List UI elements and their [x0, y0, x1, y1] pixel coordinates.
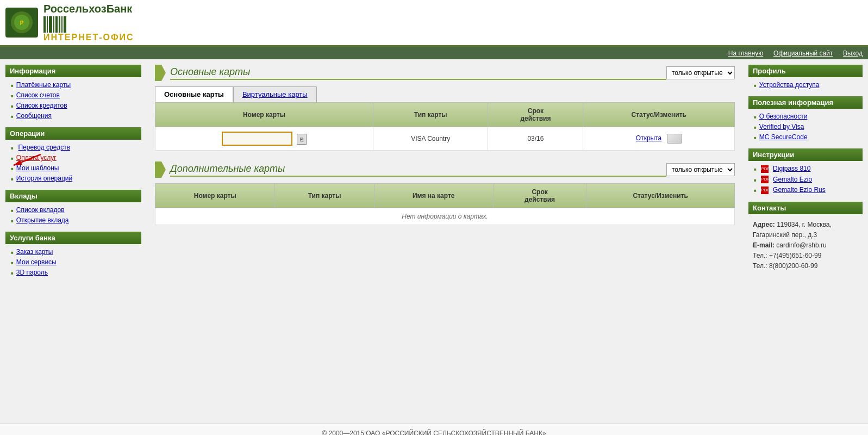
right-item-gemalto-ezio-rus: PDF Gemalto Ezio Rus: [754, 184, 863, 195]
internet-office-label: ИНТЕРНЕТ-ОФИС: [43, 33, 134, 42]
top-navigation: На главную Официальный сайт Выход: [0, 47, 868, 59]
card-number-cell: ⎘: [155, 127, 373, 151]
card-action-icon[interactable]: [667, 134, 682, 144]
logo-area: Р РоссельхозБанк ИНТЕРНЕТ-ОФИС: [5, 3, 134, 42]
additional-section-icon: [155, 161, 166, 178]
right-item-access-devices: Устройства доступа: [754, 79, 863, 90]
section-icon: [155, 65, 166, 81]
sidebar-operations-items: Перевод средств Оплата услуг Мои шаблоны…: [5, 141, 141, 185]
bank-logo-icon: Р: [8, 10, 35, 35]
right-section-contacts: Контакты: [748, 202, 863, 214]
sidebar-item-deposits-list: Список вкладов: [11, 204, 141, 215]
additional-cards-filter: только открытые все карты: [666, 163, 735, 176]
card-number-input[interactable]: [222, 132, 292, 146]
footer: © 2000—2015 ОАО «РОССИЙСКИЙ СЕЛЬСКОХОЗЯЙ…: [0, 424, 868, 435]
sidebar-item-history: История операций: [11, 173, 141, 183]
sidebar-item-payment-cards: Платёжные карты: [11, 79, 141, 90]
right-sidebar: Профиль Устройства доступа Полезная инфо…: [743, 59, 868, 424]
col-expiry: Срокдействия: [488, 103, 583, 127]
logo-emblem: Р: [5, 8, 38, 38]
contacts-phone1: +7(495)651-60-99: [769, 252, 821, 259]
right-useful-info-items: О безопасности Verified by Visa MC Secur…: [748, 110, 863, 144]
table-row: ⎘ VISA Country 03/16 Открыта: [155, 127, 735, 151]
primary-cards-section: Основные карты только открытые все карты…: [155, 65, 735, 151]
col-card-type: Тип карты: [373, 103, 488, 127]
right-profile-items: Устройства доступа: [748, 78, 863, 92]
pdf-icon-gemalto: PDF: [761, 176, 769, 183]
bank-name: РоссельхозБанк: [43, 3, 132, 15]
contacts-phone2-label: Тел.:: [753, 262, 769, 270]
col-status: Статус/Изменить: [583, 103, 735, 127]
sidebar-item-credits: Список кредитов: [11, 100, 141, 110]
right-instructions-items: PDF Digipass 810 PDF Gemalto Ezio PDF Ge…: [748, 162, 863, 197]
additional-cards-table: Номер карты Тип карты Имя на карте Срокд…: [155, 183, 735, 225]
primary-cards-filter-select[interactable]: только открытые все карты: [666, 66, 735, 79]
logo-text-area: РоссельхозБанк ИНТЕРНЕТ-ОФИС: [43, 3, 134, 42]
cards-tabs: Основные карты Виртуальные карты: [155, 86, 735, 102]
svg-line-4: [14, 154, 41, 165]
add-col-card-type: Тип карты: [275, 184, 374, 208]
add-col-expiry: Срокдействия: [493, 184, 586, 208]
additional-cards-filter-select[interactable]: только открытые все карты: [666, 163, 735, 176]
left-sidebar: Информация Платёжные карты Список счетов…: [0, 59, 147, 424]
additional-cards-header: Дополнительные карты только открытые все…: [155, 161, 735, 178]
sidebar-bank-services-items: Заказ карты Мои сервисы 3D пароль: [5, 245, 141, 279]
additional-table-header-row: Номер карты Тип карты Имя на карте Срокд…: [155, 184, 735, 208]
right-item-verified-visa: Verified by Visa: [754, 121, 863, 132]
expiry-cell: 03/16: [488, 127, 583, 151]
primary-table-header-row: Номер карты Тип карты Срокдействия Стату…: [155, 103, 735, 127]
primary-cards-header: Основные карты только открытые все карты: [155, 65, 735, 81]
sidebar-section-deposits: Вклады: [5, 190, 141, 202]
sidebar-item-accounts: Список счетов: [11, 90, 141, 100]
header: Р РоссельхозБанк ИНТЕРНЕТ-ОФИС: [0, 0, 868, 47]
contacts-phone2: 8(800)200-60-99: [769, 262, 817, 270]
right-section-useful-info: Полезная информация: [748, 96, 863, 109]
card-type-cell: VISA Country: [373, 127, 488, 151]
svg-text:Р: Р: [20, 20, 24, 26]
primary-cards-table: Номер карты Тип карты Срокдействия Стату…: [155, 102, 735, 151]
copy-icon[interactable]: ⎘: [297, 134, 307, 145]
official-site-link[interactable]: Официальный сайт: [773, 49, 833, 57]
main-layout: Информация Платёжные карты Список счетов…: [0, 59, 868, 424]
add-col-name-on-card: Имя на карте: [374, 184, 493, 208]
no-info-cell: Нет информации о картах.: [155, 208, 735, 225]
tab-virtual-cards[interactable]: Виртуальные карты: [233, 86, 317, 102]
sidebar-deposits-items: Список вкладов Открытие вклада: [5, 203, 141, 227]
pdf-icon-digipass: PDF: [761, 165, 769, 173]
contacts-phone1-label: Тел.:: [753, 252, 769, 259]
sidebar-item-order-card: Заказ карты: [11, 246, 141, 257]
copyright-text: © 2000—2015 ОАО «РОССИЙСКИЙ СЕЛЬСКОХОЗЯЙ…: [322, 430, 546, 435]
contacts-address-label: Адрес:: [753, 221, 775, 228]
col-card-number: Номер карты: [155, 103, 373, 127]
add-col-card-number: Номер карты: [155, 184, 275, 208]
right-section-profile: Профиль: [748, 65, 863, 77]
sidebar-info-items: Платёжные карты Список счетов Список кре…: [5, 78, 141, 123]
add-col-status: Статус/Изменить: [586, 184, 735, 208]
home-link[interactable]: На главную: [728, 49, 763, 57]
barcode-decoration: [43, 16, 134, 33]
status-cell: Открыта: [583, 127, 735, 151]
right-item-digipass: PDF Digipass 810: [754, 163, 863, 174]
sidebar-section-info: Информация: [5, 65, 141, 77]
contacts-email-label: E-mail:: [753, 241, 775, 249]
contacts-email: cardinfo@rshb.ru: [776, 241, 826, 249]
right-section-instructions: Инструкции: [748, 148, 863, 161]
logout-link[interactable]: Выход: [843, 49, 863, 57]
red-arrow-icon: [8, 152, 52, 168]
primary-cards-title: Основные карты: [170, 66, 666, 80]
right-item-security: О безопасности: [754, 111, 863, 121]
right-item-gemalto-ezio: PDF Gemalto Ezio: [754, 174, 863, 185]
primary-cards-filter: только открытые все карты: [666, 66, 735, 79]
sidebar-item-open-deposit: Открытие вклада: [11, 215, 141, 225]
sidebar-item-messages: Сообщения: [11, 110, 141, 121]
status-link[interactable]: Открыта: [636, 134, 661, 142]
pdf-icon-gemalto-rus: PDF: [761, 187, 769, 194]
no-info-row: Нет информации о картах.: [155, 208, 735, 225]
contacts-block: Адрес: 119034, г. Москва, Гагаринский пе…: [748, 215, 863, 276]
sidebar-section-operations: Операции: [5, 127, 141, 140]
sidebar-item-my-services: Мои сервисы: [11, 257, 141, 267]
tab-primary-cards[interactable]: Основные карты: [155, 86, 233, 102]
additional-cards-section: Дополнительные карты только открытые все…: [155, 161, 735, 225]
sidebar-item-3d-password: 3D пароль: [11, 267, 141, 277]
additional-cards-title: Дополнительные карты: [170, 163, 666, 177]
